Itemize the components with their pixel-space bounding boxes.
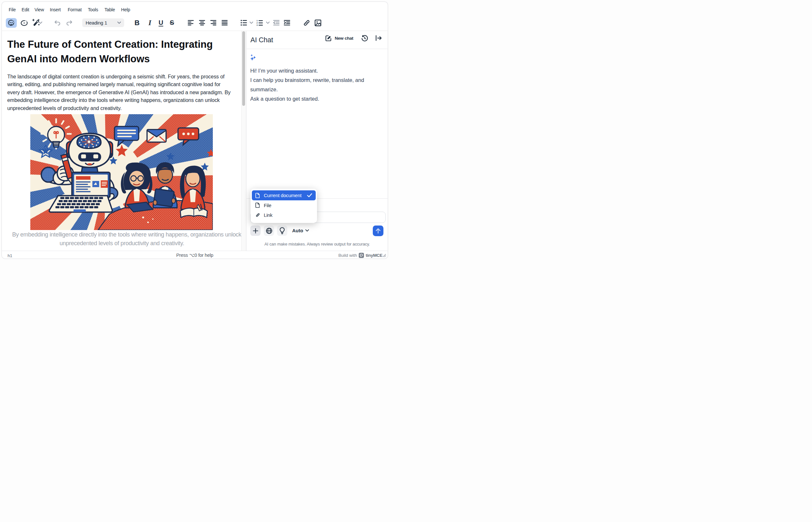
svg-text:2: 2 bbox=[257, 22, 258, 24]
svg-text:3: 3 bbox=[257, 24, 258, 26]
